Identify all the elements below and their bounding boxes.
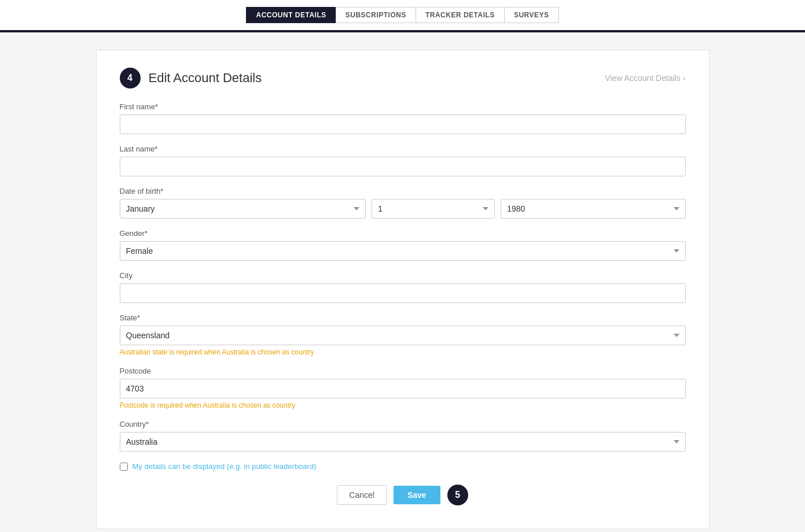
city-input[interactable] [120, 283, 686, 303]
city-label: City [120, 271, 686, 280]
tab-account-details[interactable]: ACCOUNT DETAILS [246, 7, 335, 23]
tab-subscriptions[interactable]: SUBSCRIPTIONS [336, 7, 416, 23]
dob-month-select[interactable]: January February March April May June Ju… [120, 199, 366, 219]
edit-account-card: 4 Edit Account Details View Account Deta… [96, 50, 710, 529]
dob-row: January February March April May June Ju… [120, 199, 686, 219]
dob-label: Date of birth* [120, 187, 686, 195]
view-account-details-link[interactable]: View Account Details › [605, 73, 685, 83]
postcode-helper-text: Postcode is required when Australia is c… [120, 401, 686, 409]
tab-surveys[interactable]: SURVEYS [504, 7, 559, 23]
view-account-label: View Account Details [605, 73, 680, 83]
gender-group: Gender* Female Male Other Prefer not to … [120, 229, 686, 261]
action-buttons-row: Cancel Save 5 [120, 485, 686, 505]
state-group: State* Queensland New South Wales Victor… [120, 313, 686, 356]
last-name-group: Last name* [120, 145, 686, 176]
country-label: Country* [120, 420, 686, 428]
cancel-button[interactable]: Cancel [337, 485, 387, 505]
country-group: Country* Australia New Zealand United St… [120, 420, 686, 452]
first-name-input[interactable] [120, 114, 686, 134]
country-select[interactable]: Australia New Zealand United States Unit… [120, 432, 686, 452]
public-display-checkbox-row: My details can be displayed (e.g. in pub… [120, 462, 686, 471]
state-select[interactable]: Queensland New South Wales Victoria Sout… [120, 326, 686, 345]
checkbox-main-label: My details can be displayed [133, 462, 225, 471]
public-display-checkbox[interactable] [120, 463, 128, 471]
title-group: 4 Edit Account Details [120, 68, 262, 88]
checkbox-suffix: (e.g. in public leaderboard) [225, 462, 316, 471]
state-helper-text: Australian state is required when Austra… [120, 348, 686, 356]
dob-day-group: 12345 678910 1112131415 1617181920 21222… [372, 199, 495, 219]
step-4-badge: 4 [120, 68, 141, 88]
gender-select[interactable]: Female Male Other Prefer not to say [120, 241, 686, 261]
city-group: City [120, 271, 686, 303]
postcode-group: Postcode Postcode is required when Austr… [120, 367, 686, 409]
postcode-label: Postcode [120, 367, 686, 375]
last-name-label: Last name* [120, 145, 686, 153]
step-5-badge: 5 [447, 485, 468, 505]
dob-month-group: January February March April May June Ju… [120, 199, 366, 219]
first-name-group: First name* [120, 102, 686, 134]
dob-group: Date of birth* January February March Ap… [120, 187, 686, 219]
tab-tracker-details[interactable]: TRACKER DETAILS [416, 7, 504, 23]
chevron-right-icon: › [683, 73, 686, 83]
card-header: 4 Edit Account Details View Account Deta… [120, 68, 686, 88]
dob-year-group: 1980198119821983 1984198519861987 [501, 199, 685, 219]
save-button[interactable]: Save [394, 486, 440, 504]
last-name-input[interactable] [120, 157, 686, 176]
dob-year-select[interactable]: 1980198119821983 1984198519861987 [501, 199, 685, 219]
tab-navigation: ACCOUNT DETAILS SUBSCRIPTIONS TRACKER DE… [0, 0, 805, 30]
postcode-input[interactable] [120, 379, 686, 398]
state-label: State* [120, 313, 686, 322]
public-display-label[interactable]: My details can be displayed (e.g. in pub… [133, 462, 317, 471]
main-container: 4 Edit Account Details View Account Deta… [84, 32, 721, 532]
gender-label: Gender* [120, 229, 686, 238]
page-title: Edit Account Details [149, 71, 262, 86]
dob-day-select[interactable]: 12345 678910 1112131415 1617181920 21222… [372, 199, 495, 219]
first-name-label: First name* [120, 102, 686, 111]
